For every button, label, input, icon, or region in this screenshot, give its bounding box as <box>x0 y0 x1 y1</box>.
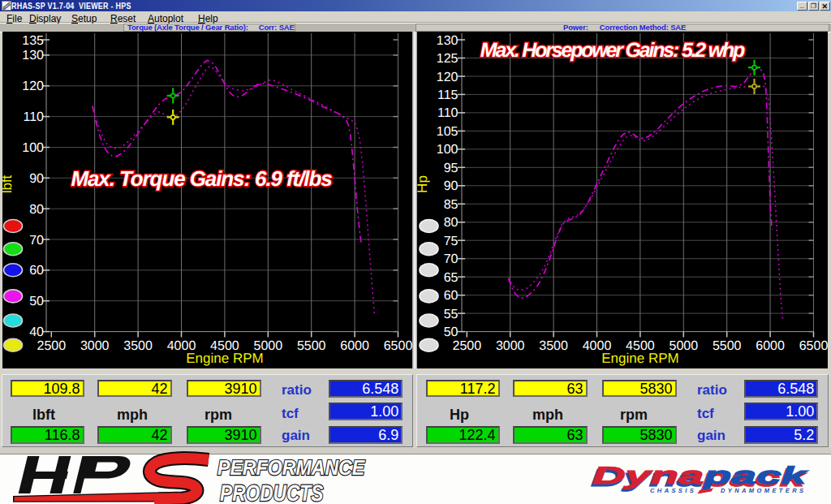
svg-text:115: 115 <box>437 88 459 102</box>
svg-text:70: 70 <box>29 234 44 248</box>
svg-text:90: 90 <box>444 179 459 193</box>
svg-text:2500: 2500 <box>37 339 67 353</box>
svg-text:105: 105 <box>437 125 459 139</box>
svg-text:120: 120 <box>22 80 44 93</box>
svg-text:6500: 6500 <box>384 339 413 353</box>
svg-text:110: 110 <box>437 106 459 120</box>
svg-text:55: 55 <box>444 308 459 321</box>
svg-text:Engine RPM: Engine RPM <box>601 351 678 366</box>
svg-text:50: 50 <box>29 295 44 308</box>
svg-text:DYNAMOMETERS: DYNAMOMETERS <box>721 487 806 494</box>
svg-text:60: 60 <box>444 289 459 303</box>
svg-text:120: 120 <box>437 71 459 84</box>
svg-text:3500: 3500 <box>539 339 568 353</box>
svg-text:95: 95 <box>444 162 459 175</box>
svg-text:2500: 2500 <box>453 339 482 353</box>
svg-text:pack: pack <box>703 463 808 489</box>
svg-text:130: 130 <box>437 34 459 48</box>
svg-text:5500: 5500 <box>713 339 742 353</box>
svg-text:65: 65 <box>444 271 459 285</box>
svg-text:6500: 6500 <box>799 339 829 353</box>
svg-text:Dyna: Dyna <box>592 463 704 489</box>
svg-text:85: 85 <box>444 198 459 212</box>
svg-text:Max. Torque Gains: 6.9 ft/lbs: Max. Torque Gains: 6.9 ft/lbs <box>71 166 332 191</box>
svg-text:50: 50 <box>444 325 459 339</box>
svg-text:6000: 6000 <box>340 339 369 353</box>
svg-text:100: 100 <box>437 143 459 157</box>
svg-text:125: 125 <box>437 52 459 66</box>
svg-text:100: 100 <box>22 141 44 155</box>
svg-text:3000: 3000 <box>496 339 525 353</box>
svg-text:Max. Horsepower Gains: 5.2 wh: Max. Horsepower Gains: 5.2 whp <box>480 39 745 62</box>
svg-text:80: 80 <box>29 203 44 217</box>
svg-text:PERFORMANCE: PERFORMANCE <box>217 455 365 480</box>
svg-text:135: 135 <box>22 34 44 48</box>
svg-text:Engine RPM: Engine RPM <box>186 351 263 366</box>
svg-text:PRODUCTS: PRODUCTS <box>220 480 324 504</box>
svg-text:3500: 3500 <box>123 339 153 353</box>
svg-text:CHASSIS: CHASSIS <box>650 487 696 494</box>
svg-text:75: 75 <box>444 235 459 248</box>
svg-text:70: 70 <box>444 252 459 266</box>
svg-text:130: 130 <box>22 49 44 62</box>
svg-text:110: 110 <box>23 110 44 124</box>
svg-text:6000: 6000 <box>756 339 785 353</box>
svg-text:3000: 3000 <box>80 339 110 353</box>
svg-text:60: 60 <box>29 264 44 278</box>
svg-text:90: 90 <box>29 172 44 186</box>
svg-text:80: 80 <box>444 216 459 230</box>
svg-text:5500: 5500 <box>297 339 326 353</box>
svg-text:40: 40 <box>29 325 44 339</box>
